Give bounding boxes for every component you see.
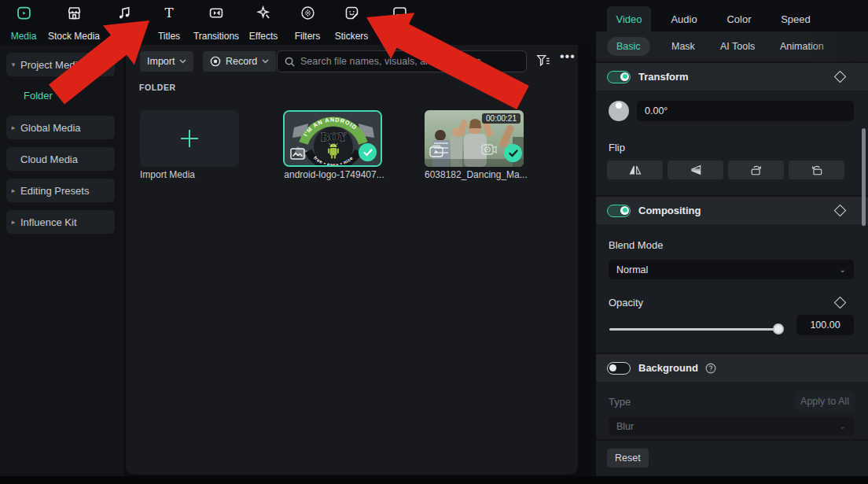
search-icon	[285, 57, 295, 67]
background-type-dropdown[interactable]: Blur ⌄	[609, 416, 854, 436]
rotate-ccw-icon	[810, 164, 824, 176]
duration-badge: 00:00:21	[482, 113, 520, 124]
reset-button[interactable]: Reset	[607, 449, 649, 467]
sidebar-item-editing-presets[interactable]: ▸ Editing Presets	[6, 179, 115, 202]
sidebar-item-label: Editing Presets	[20, 185, 89, 197]
camera-icon	[481, 143, 497, 156]
subtab-mask[interactable]: Mask	[662, 37, 704, 56]
compositing-toggle[interactable]	[607, 205, 631, 217]
apply-to-all-button[interactable]: Apply to All	[795, 391, 855, 411]
tab-media[interactable]: Media	[6, 4, 42, 42]
sidebar-item-label: Cloud Media	[20, 153, 78, 165]
folder-section-label: FOLDER	[139, 83, 176, 92]
chevron-down-icon	[262, 59, 269, 64]
opacity-label: Opacity	[609, 297, 643, 309]
sidebar-item-label: Project Media	[20, 59, 83, 71]
stickers-icon	[344, 4, 360, 21]
media-icon	[16, 4, 32, 21]
flip-horizontal-icon	[628, 164, 642, 175]
background-toggle[interactable]	[607, 362, 631, 375]
keyframe-diamond-icon[interactable]	[834, 71, 847, 83]
caret-right-icon: ▸	[6, 218, 20, 226]
import-button[interactable]: Import	[140, 51, 193, 72]
subtab-animation[interactable]: Animation	[771, 37, 833, 56]
rotate-ccw-button[interactable]	[789, 161, 844, 179]
filter-icon[interactable]	[535, 53, 551, 72]
bottom-edge	[0, 476, 868, 484]
tab-titles[interactable]: T Titles	[152, 4, 186, 42]
record-icon	[210, 56, 221, 67]
search-input[interactable]	[300, 56, 519, 67]
sidebar-item-cloud-media[interactable]: Cloud Media	[6, 147, 115, 171]
flip-vertical-icon	[689, 164, 703, 175]
plus-icon	[179, 128, 200, 149]
slider-track	[609, 328, 779, 331]
tab-transitions[interactable]: Transitions	[192, 4, 241, 42]
chevron-down-icon: ⌄	[840, 265, 846, 274]
caret-down-icon: ▾	[6, 61, 20, 68]
inspector-tab-bar: Video Audio Color Speed	[596, 0, 868, 31]
tab-stickers[interactable]: Stickers	[332, 4, 371, 42]
flip-label: Flip	[609, 142, 625, 153]
sidebar-item-folder[interactable]: Folder	[24, 90, 53, 102]
subtab-basic[interactable]: Basic	[607, 37, 650, 56]
tab-speed[interactable]: Speed	[774, 6, 818, 31]
tab-video[interactable]: Video	[607, 6, 651, 31]
tab-color[interactable]: Color	[717, 6, 761, 31]
slider-thumb[interactable]	[773, 323, 784, 334]
media-sidebar: ▾ Project Media Folder ▸ Global Media Cl…	[0, 45, 124, 476]
templates-icon	[392, 4, 408, 21]
top-toolbar: Media Stock Media Audio T Titles Transit…	[0, 0, 596, 45]
transform-toggle[interactable]	[607, 71, 631, 83]
sidebar-item-global-media[interactable]: ▸ Global Media	[6, 116, 115, 139]
keyframe-diamond-icon[interactable]	[834, 205, 847, 217]
caret-right-icon: ▸	[6, 124, 20, 131]
tab-templates[interactable]: Templates	[379, 4, 420, 42]
inspector-scrollbar[interactable]	[862, 128, 866, 226]
import-media-tile[interactable]	[140, 110, 239, 167]
selected-check-icon	[359, 143, 377, 161]
rotation-value-field[interactable]: 0.00°	[637, 101, 854, 121]
properties-panel: Video Audio Color Speed Basic Mask AI To…	[596, 0, 868, 476]
subtab-ai-tools[interactable]: AI Tools	[711, 37, 764, 56]
divider	[596, 439, 868, 441]
image-type-icon	[290, 148, 305, 160]
more-options-icon[interactable]: •••	[560, 50, 576, 64]
sidebar-item-influence-kit[interactable]: ▸ Influence Kit	[6, 210, 115, 234]
media-item-android-logo[interactable]: I'M AN ANDROID BOY ★ ★ free • easy • nic…	[283, 110, 382, 167]
tab-audio[interactable]: Audio	[662, 6, 706, 31]
flip-horizontal-button[interactable]	[607, 161, 663, 179]
filters-icon	[300, 4, 316, 21]
blend-mode-dropdown[interactable]: Normal ⌄	[609, 260, 854, 279]
opacity-value-field[interactable]: 100.00	[796, 315, 854, 335]
tab-stock-media[interactable]: Stock Media	[47, 4, 101, 42]
tab-filters[interactable]: Filters	[289, 4, 326, 42]
keyframe-diamond-icon[interactable]	[834, 297, 847, 309]
audio-icon	[116, 4, 133, 21]
tab-effects[interactable]: Effects	[245, 4, 281, 42]
search-bar[interactable]	[277, 50, 527, 72]
rotate-cw-button[interactable]	[728, 161, 784, 179]
rotate-cw-icon	[749, 164, 763, 176]
compositing-section-header: Compositing	[596, 195, 868, 224]
help-icon[interactable]	[705, 363, 716, 374]
chevron-down-icon: ⌄	[840, 422, 846, 430]
transform-title: Transform	[638, 71, 689, 83]
record-button[interactable]: Record	[203, 51, 276, 72]
background-options-disabled: Type Apply to All Blur ⌄	[596, 380, 868, 439]
media-library-panel: Import Record ••• FOLDER Import Media I'…	[126, 45, 578, 475]
background-title: Background	[638, 362, 698, 374]
svg-text:T: T	[164, 5, 173, 20]
opacity-slider[interactable]	[609, 323, 784, 334]
media-item-label: 6038182_Dancing_Ma...	[425, 169, 527, 180]
background-type-label: Type	[609, 396, 631, 408]
flip-vertical-button[interactable]	[668, 161, 723, 179]
stock-media-icon	[66, 4, 83, 21]
media-item-dancing-video[interactable]: 00:00:21	[425, 110, 524, 167]
sidebar-item-label: Influence Kit	[20, 216, 77, 228]
sidebar-item-project-media[interactable]: ▾ Project Media	[6, 53, 115, 76]
sidebar-item-label: Global Media	[20, 122, 81, 134]
rotation-dial[interactable]	[609, 101, 629, 121]
tab-audio[interactable]: Audio	[108, 4, 140, 42]
blend-mode-label: Blend Mode	[609, 239, 663, 251]
